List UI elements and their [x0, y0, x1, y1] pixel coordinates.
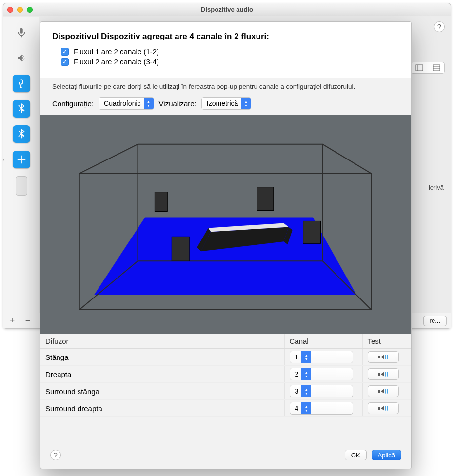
popup-arrows-icon: ▲▼: [301, 368, 311, 380]
speaker-test-icon: [378, 372, 388, 377]
aggregate-device-icon[interactable]: [13, 151, 30, 168]
window-controls: [7, 7, 33, 13]
speaker-test-icon: [378, 389, 388, 394]
col-test[interactable]: Test: [362, 334, 411, 349]
channel-popup[interactable]: 1▲▼: [290, 351, 353, 363]
stream-2-checkbox[interactable]: ✓: [61, 58, 69, 66]
popup-arrows-icon: ▲▼: [301, 402, 311, 414]
stream-1-row: ✓ Fluxul 1 are 2 canale (1-2): [61, 47, 399, 56]
test-speaker-button[interactable]: [368, 368, 399, 380]
room-visualization[interactable]: [40, 115, 411, 334]
view-label: Vizualizare:: [159, 99, 197, 108]
popup-arrows-icon: ▲▼: [301, 351, 311, 363]
speaker-name: Stânga: [40, 349, 284, 366]
configuration-row: Configurație: Cuadrofonic ▲▼ Vizualizare…: [40, 95, 411, 115]
speaker-icon[interactable]: [13, 49, 30, 67]
help-button[interactable]: ?: [434, 21, 445, 32]
add-device-button[interactable]: +: [7, 316, 17, 326]
stream-2-row: ✓ Fluxul 2 are 2 canale (3-4): [61, 58, 399, 66]
speaker-name: Surround dreapta: [40, 400, 284, 417]
sheet-help-button[interactable]: ?: [50, 450, 61, 460]
speaker-name: Surround stânga: [40, 383, 284, 400]
configuration-popup[interactable]: Cuadrofonic ▲▼: [99, 97, 154, 110]
microphone-icon[interactable]: [13, 24, 30, 41]
popup-arrows-icon: ▲▼: [301, 385, 311, 397]
titlebar: Dispozitive audio: [3, 3, 451, 16]
view-value: Izometrică: [207, 99, 241, 107]
view-mode-2[interactable]: [428, 62, 444, 73]
test-speaker-button[interactable]: [368, 385, 399, 397]
apply-button[interactable]: Aplică: [372, 450, 401, 460]
window-title: Dispozitive audio: [36, 6, 418, 13]
channel-popup[interactable]: 2▲▼: [290, 368, 353, 380]
svg-rect-7: [257, 187, 274, 211]
table-row: Dreapta 2▲▼: [40, 366, 411, 383]
background-text: lerivă: [429, 184, 444, 191]
svg-rect-8: [172, 237, 189, 261]
configuration-value: Cuadrofonic: [104, 99, 144, 107]
speaker-test-icon: [378, 406, 388, 411]
view-popup[interactable]: Izometrică ▲▼: [201, 97, 252, 110]
phone-device-icon[interactable]: [16, 176, 27, 196]
expand-icon[interactable]: ›: [3, 157, 8, 162]
device-sidebar: ›: [3, 17, 39, 313]
table-row: Surround stânga 3▲▼: [40, 383, 411, 400]
svg-rect-6: [155, 192, 167, 212]
speaker-name: Dreapta: [40, 366, 284, 383]
stream-1-checkbox[interactable]: ✓: [61, 48, 69, 56]
view-mode-1[interactable]: [411, 62, 428, 73]
close-window-button[interactable]: [7, 7, 13, 13]
configure-button-bg[interactable]: re...: [423, 316, 447, 326]
popup-arrows-icon: ▲▼: [241, 98, 251, 109]
svg-rect-9: [303, 221, 321, 243]
view-mode-segmented[interactable]: [411, 62, 445, 74]
configuration-label: Configurație:: [52, 99, 94, 108]
speaker-test-icon: [378, 355, 388, 359]
stream-1-label: Fluxul 1 are 2 canale (1-2): [74, 47, 159, 56]
svg-rect-0: [416, 65, 423, 71]
table-row: Surround dreapta 4▲▼: [40, 400, 411, 417]
stream-2-label: Fluxul 2 are 2 canale (3-4): [74, 58, 159, 66]
sheet-footer: ? OK Aplică: [40, 441, 411, 469]
zoom-window-button[interactable]: [27, 7, 33, 13]
usb-device-icon[interactable]: [13, 75, 30, 92]
remove-device-button[interactable]: −: [23, 316, 33, 326]
sheet-heading: Dispozitivul Dispozitiv agregat are 4 ca…: [52, 32, 399, 41]
table-row: Stânga 1▲▼: [40, 349, 411, 366]
hint-text: Selectați fluxurile pe care doriți să le…: [40, 78, 411, 95]
test-speaker-button[interactable]: [368, 402, 399, 414]
col-channel[interactable]: Canal: [284, 334, 362, 349]
popup-arrows-icon: ▲▼: [144, 98, 154, 109]
bluetooth-device-1-icon[interactable]: [13, 100, 30, 118]
test-speaker-button[interactable]: [368, 351, 399, 363]
svg-rect-2: [433, 65, 440, 71]
col-speaker[interactable]: Difuzor: [40, 334, 284, 349]
channel-popup[interactable]: 4▲▼: [290, 402, 353, 415]
speaker-configuration-sheet: Dispozitivul Dispozitiv agregat are 4 ca…: [40, 21, 412, 469]
speaker-table: Difuzor Canal Test Stânga 1▲▼ Dreapta 2▲…: [40, 334, 411, 441]
bluetooth-device-2-icon[interactable]: [13, 125, 30, 143]
minimize-window-button[interactable]: [17, 7, 23, 13]
channel-popup[interactable]: 3▲▼: [290, 385, 353, 397]
ok-button[interactable]: OK: [345, 450, 367, 460]
